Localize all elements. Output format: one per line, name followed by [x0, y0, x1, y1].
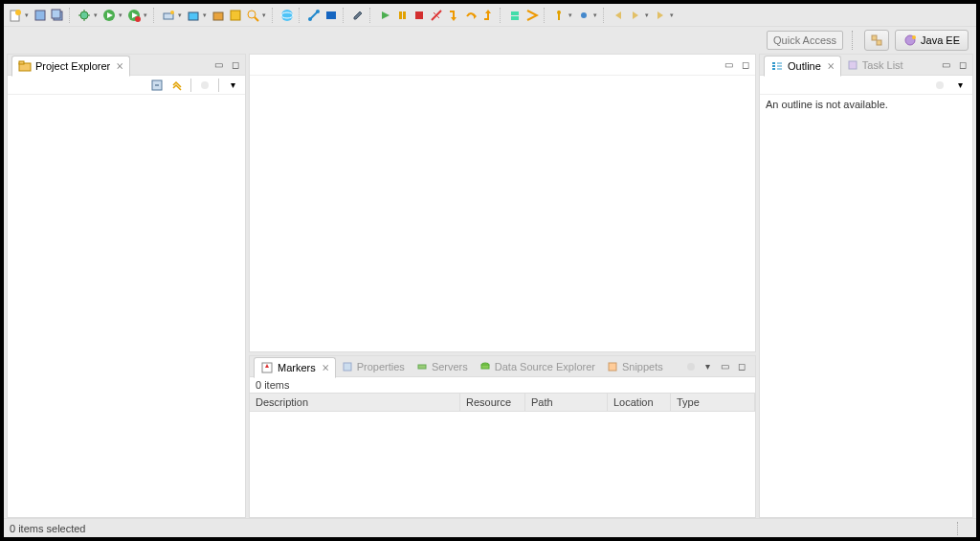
svg-point-16	[170, 11, 174, 14]
minimize-button[interactable]: ▭	[721, 57, 736, 73]
svg-rect-39	[511, 16, 519, 20]
new-package-icon[interactable]	[211, 8, 226, 23]
quick-access-input[interactable]	[767, 31, 843, 50]
svg-rect-31	[403, 11, 406, 19]
dropdown-icon[interactable]: ▾	[643, 8, 651, 23]
dropdown-icon[interactable]: ▾	[591, 8, 599, 23]
resume-icon[interactable]	[377, 8, 392, 23]
left-column: Project Explorer ⨯ ▭ ◻ ▾	[7, 54, 246, 518]
run-icon[interactable]	[101, 8, 117, 23]
markers-table-body[interactable]	[250, 412, 755, 517]
forward-icon[interactable]	[628, 8, 643, 23]
debug-icon[interactable]	[77, 8, 92, 23]
tab-snippets[interactable]: Snippets	[601, 356, 669, 377]
svg-point-26	[316, 10, 320, 13]
save-all-icon[interactable]	[50, 8, 65, 23]
tab-outline[interactable]: Outline ⨯	[764, 56, 841, 77]
svg-rect-27	[326, 11, 336, 19]
edit-icon[interactable]	[350, 8, 366, 23]
tab-task-list[interactable]: Task List	[841, 55, 909, 76]
tab-label: Task List	[862, 59, 903, 71]
view-menu-icon[interactable]: ▾	[951, 77, 969, 94]
dropdown-icon[interactable]: ▾	[201, 8, 209, 23]
column-location[interactable]: Location	[608, 394, 671, 411]
maximize-button[interactable]: ◻	[738, 57, 753, 73]
open-perspective-button[interactable]	[864, 30, 889, 51]
focus-task-icon[interactable]	[931, 77, 948, 94]
maximize-button[interactable]: ◻	[228, 57, 243, 73]
minimize-button[interactable]: ▭	[211, 57, 226, 73]
close-icon[interactable]: ⨯	[322, 362, 329, 372]
close-icon[interactable]: ⨯	[116, 60, 123, 71]
focus-task-icon[interactable]	[682, 358, 700, 375]
svg-point-22	[281, 10, 293, 21]
svg-marker-45	[657, 11, 663, 19]
svg-point-5	[80, 11, 88, 19]
dropdown-icon[interactable]: ▾	[23, 8, 31, 23]
prev-annotation-icon[interactable]	[524, 8, 540, 23]
new-server-icon[interactable]	[161, 8, 176, 23]
close-icon[interactable]: ⨯	[827, 60, 835, 71]
main-area: Project Explorer ⨯ ▭ ◻ ▾	[4, 54, 976, 518]
view-menu-icon[interactable]: ▾	[700, 359, 715, 374]
minimize-button[interactable]: ▭	[717, 359, 732, 374]
svg-point-20	[248, 11, 256, 18]
svg-rect-19	[231, 11, 240, 20]
project-explorer-body[interactable]	[8, 95, 245, 517]
dropdown-icon[interactable]: ▾	[260, 8, 268, 23]
column-description[interactable]: Description	[250, 394, 460, 411]
tab-markers[interactable]: Markers ⨯	[254, 357, 336, 378]
nav-forward-icon[interactable]	[653, 8, 668, 23]
dropdown-icon[interactable]: ▾	[142, 8, 149, 23]
project-explorer-icon	[18, 59, 32, 73]
back-icon[interactable]	[611, 8, 626, 23]
toggle-icon[interactable]	[551, 8, 567, 23]
dropdown-icon[interactable]: ▾	[117, 8, 124, 23]
dropdown-icon[interactable]: ▾	[668, 8, 676, 23]
tab-properties[interactable]: Properties	[336, 356, 411, 377]
open-type-icon[interactable]	[228, 8, 243, 23]
breakpoints-icon[interactable]	[576, 8, 591, 23]
column-type[interactable]: Type	[671, 394, 755, 411]
tab-project-explorer[interactable]: Project Explorer ⨯	[11, 56, 130, 77]
step-over-icon[interactable]	[463, 8, 479, 23]
svg-marker-44	[633, 11, 638, 19]
search-icon[interactable]	[245, 8, 260, 23]
step-return-icon[interactable]	[480, 8, 496, 23]
terminate-icon[interactable]	[412, 8, 427, 23]
web-icon[interactable]	[279, 8, 295, 23]
minimize-button[interactable]: ▭	[938, 57, 953, 73]
tab-data-source-explorer[interactable]: Data Source Explorer	[474, 356, 601, 377]
column-resource[interactable]: Resource	[460, 394, 525, 411]
dropdown-icon[interactable]: ▾	[92, 8, 100, 23]
editor-body[interactable]	[250, 76, 755, 351]
markers-table-header: Description Resource Path Location Type	[250, 393, 755, 412]
dropdown-icon[interactable]: ▾	[567, 8, 574, 23]
data-source-icon	[479, 361, 491, 372]
collapse-all-icon[interactable]	[148, 77, 166, 94]
suspend-icon[interactable]	[394, 8, 410, 23]
snippets-icon	[607, 361, 618, 372]
view-toolbar: ▾	[760, 76, 972, 95]
run-last-icon[interactable]	[126, 8, 142, 23]
dropdown-icon[interactable]: ▾	[176, 8, 184, 23]
focus-task-icon[interactable]	[196, 77, 213, 94]
link-editor-icon[interactable]	[168, 77, 186, 94]
perspective-javaee-button[interactable]: Java EE	[895, 30, 969, 51]
terminal-icon[interactable]	[323, 8, 339, 23]
disconnect-icon[interactable]	[429, 8, 444, 23]
new-icon[interactable]	[8, 8, 23, 23]
column-path[interactable]: Path	[525, 394, 608, 411]
maximize-button[interactable]: ◻	[734, 359, 749, 374]
view-menu-icon[interactable]: ▾	[224, 77, 241, 94]
next-annotation-icon[interactable]	[507, 8, 523, 23]
task-list-icon	[847, 59, 858, 71]
maximize-button[interactable]: ◻	[955, 57, 970, 73]
svg-point-49	[912, 35, 916, 39]
link-icon[interactable]	[306, 8, 322, 23]
new-project-icon[interactable]	[186, 8, 201, 23]
svg-rect-46	[872, 35, 877, 40]
step-into-icon[interactable]	[446, 8, 461, 23]
save-icon[interactable]	[33, 8, 48, 23]
tab-servers[interactable]: Servers	[411, 356, 474, 377]
